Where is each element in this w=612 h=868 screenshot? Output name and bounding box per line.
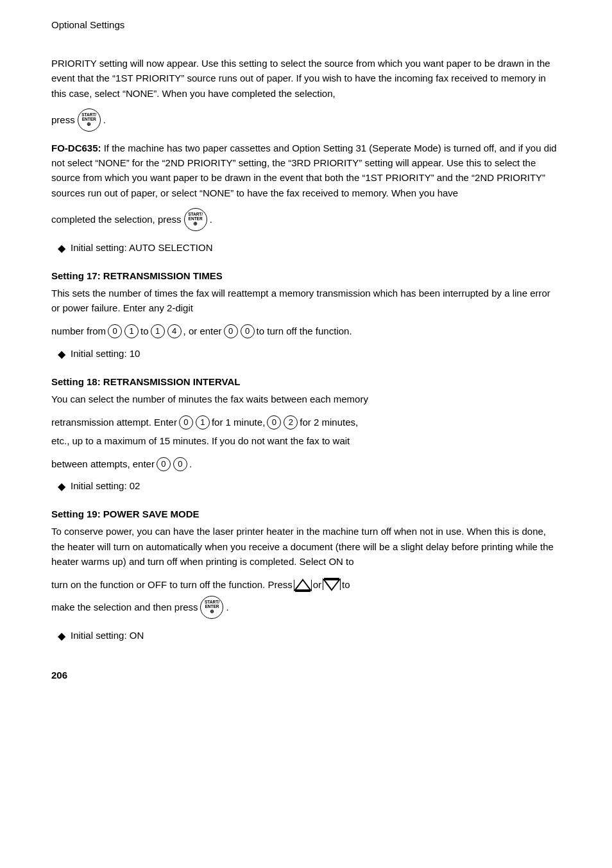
page-header: Optional Settings	[51, 19, 561, 30]
for-2min-label: for 2 minutes,	[300, 414, 358, 431]
svg-marker-0	[295, 580, 310, 590]
initial-auto-text: Initial setting: AUTO SELECTION	[71, 240, 212, 255]
num-from-label: number from	[51, 323, 106, 340]
press-period-1: .	[103, 112, 106, 127]
bullet-diamond-1: ◆	[58, 241, 65, 257]
digit-0-r1: 0	[179, 415, 193, 430]
digit-0c: 0	[241, 324, 255, 338]
start-enter-button-1: START/ ENTER ⊕	[78, 108, 101, 132]
retrans-prefix: retransmission attempt. Enter	[51, 414, 177, 431]
for-1min-label: for 1 minute,	[212, 414, 265, 431]
setting18-digits-line1: retransmission attempt. Enter 0 1 for 1 …	[51, 414, 561, 431]
digit-4a: 4	[167, 324, 182, 338]
initial-02-text: Initial setting: 02	[71, 478, 140, 493]
bullet-initial-on: ◆ Initial setting: ON	[58, 628, 561, 645]
digit-1a: 1	[124, 324, 139, 338]
make-selection-press-line: make the selection and then press START/…	[51, 596, 561, 619]
digit-0a: 0	[108, 324, 122, 338]
intro-paragraph: PRIORITY setting will now appear. Use th…	[51, 56, 561, 101]
main-content: PRIORITY setting will now appear. Use th…	[51, 56, 561, 644]
bullet-initial-02: ◆ Initial setting: 02	[58, 478, 561, 495]
completed-press-line: completed the selection, press START/ EN…	[51, 208, 561, 231]
start-enter-button-3: START/ ENTER ⊕	[200, 596, 223, 619]
start-enter-button-2: START/ ENTER ⊕	[184, 208, 207, 231]
to-label-19: to	[342, 577, 350, 593]
setting17-digits-line: number from 0 1 to 1 4 , or enter 0 0 to…	[51, 323, 561, 340]
to-label-1: to	[140, 323, 149, 340]
setting18-heading: Setting 18: RETRANSMISSION INTERVAL	[51, 374, 561, 389]
setting17-para1: This sets the number of times the fax wi…	[51, 286, 561, 316]
or-enter-label: , or enter	[183, 323, 222, 340]
completed-period: .	[210, 212, 212, 227]
bullet-diamond-2: ◆	[58, 347, 65, 363]
make-selection-period: .	[226, 600, 228, 614]
digit-2-r2: 2	[284, 415, 298, 430]
digit-0-ba2: 0	[173, 457, 187, 471]
press-label-1: press	[51, 112, 75, 127]
completed-text: completed the selection, press	[51, 212, 182, 227]
bullet-initial-10: ◆ Initial setting: 10	[58, 346, 561, 363]
arrow-down-icon	[323, 577, 341, 593]
between-period: .	[189, 456, 192, 473]
fo-dc635-text: If the machine has two paper cassettes a…	[51, 143, 557, 198]
digit-0-r2: 0	[267, 415, 281, 430]
setting18-para3: etc., up to a maximum of 15 minutes. If …	[51, 433, 561, 448]
page-number: 206	[51, 670, 561, 681]
initial-on-text: Initial setting: ON	[71, 628, 144, 643]
bullet-diamond-3: ◆	[58, 479, 65, 495]
initial-10-text: Initial setting: 10	[71, 346, 140, 361]
setting19-heading: Setting 19: POWER SAVE MODE	[51, 507, 561, 521]
between-attempts-label: between attempts, enter	[51, 456, 155, 473]
setting19-para1: To conserve power, you can have the lase…	[51, 524, 561, 569]
setting18-para1: You can select the number of minutes the…	[51, 392, 561, 406]
digit-0b: 0	[224, 324, 238, 338]
digit-1b: 1	[151, 324, 165, 338]
or-label-19: or	[313, 577, 321, 593]
turn-off-label: to turn off the function.	[257, 323, 352, 340]
make-selection-text: make the selection and then press	[51, 600, 198, 614]
digit-1-r1: 1	[196, 415, 210, 430]
setting19-press-arrow-line: turn on the function or OFF to turn off …	[51, 577, 561, 593]
arrow-up-icon	[294, 577, 312, 593]
bullet-auto-selection: ◆ Initial setting: AUTO SELECTION	[58, 240, 561, 257]
press-start-line-1: press START/ ENTER ⊕ .	[51, 108, 561, 132]
header-title: Optional Settings	[51, 19, 124, 30]
fo-dc635-paragraph: FO-DC635: If the machine has two paper c…	[51, 141, 561, 200]
intro-text: PRIORITY setting will now appear. Use th…	[51, 58, 550, 99]
digit-0-ba1: 0	[157, 457, 171, 471]
turn-on-prefix: turn on the function or OFF to turn off …	[51, 577, 293, 593]
svg-marker-4	[324, 580, 339, 590]
fo-dc635-label: FO-DC635:	[51, 143, 101, 153]
bullet-diamond-4: ◆	[58, 629, 65, 645]
setting18-digits-line2: between attempts, enter 0 0 .	[51, 456, 561, 473]
setting17-heading: Setting 17: RETRANSMISSION TIMES	[51, 268, 561, 283]
